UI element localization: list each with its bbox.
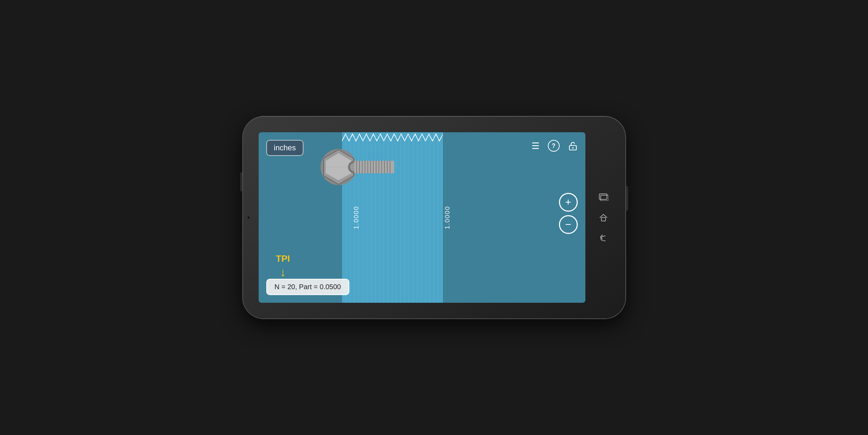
zoom-in-button[interactable]: + bbox=[559, 193, 578, 212]
zoom-controls: + − bbox=[559, 193, 578, 234]
tpi-arrow-icon: ↓ bbox=[276, 266, 290, 279]
screw-image bbox=[318, 136, 394, 202]
recent-apps-button[interactable] bbox=[599, 193, 608, 201]
home-button[interactable] bbox=[599, 213, 608, 222]
info-display-box: N = 20, Part = 0.0500 bbox=[266, 279, 349, 295]
toolbar: ☰ ? bbox=[532, 140, 578, 152]
back-button[interactable] bbox=[599, 234, 608, 242]
phone-device: inches ☰ ? 1.0000 1.0000 + − TPI ↓ bbox=[243, 117, 625, 318]
measurement-right: 1.0000 bbox=[444, 206, 451, 229]
measurement-left: 1.0000 bbox=[353, 206, 360, 229]
menu-icon[interactable]: ☰ bbox=[532, 141, 540, 151]
power-button[interactable] bbox=[626, 186, 628, 211]
svg-rect-49 bbox=[601, 217, 606, 221]
front-camera bbox=[247, 216, 250, 219]
lock-icon[interactable] bbox=[568, 141, 578, 151]
svg-rect-29 bbox=[354, 161, 394, 173]
zoom-out-button[interactable]: − bbox=[559, 215, 578, 234]
unit-toggle-button[interactable]: inches bbox=[266, 140, 304, 156]
tpi-label: TPI bbox=[276, 253, 290, 264]
svg-point-46 bbox=[572, 147, 574, 149]
phone-screen: inches ☰ ? 1.0000 1.0000 + − TPI ↓ bbox=[259, 132, 585, 303]
volume-button[interactable] bbox=[240, 172, 242, 191]
tpi-indicator: TPI ↓ bbox=[276, 253, 290, 282]
android-nav-buttons bbox=[591, 117, 616, 318]
help-icon[interactable]: ? bbox=[548, 140, 560, 152]
